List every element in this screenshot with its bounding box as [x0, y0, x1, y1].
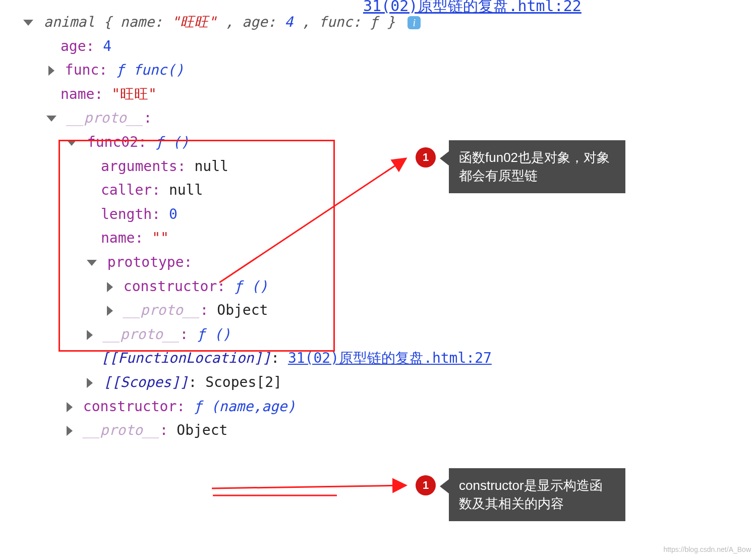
annotation-callout-2: constructor是显示构造函数及其相关的内容 [449, 468, 625, 521]
class-name: animal [44, 14, 95, 30]
callout-pointer-icon [440, 479, 449, 493]
prop-func02-name[interactable]: name: "" [0, 226, 756, 250]
source-link[interactable]: 31(02)原型链的复盘.html:27 [288, 350, 492, 366]
annotation-callout-1: 函数fun02也是对象，对象都会有原型链 [449, 140, 625, 193]
chevron-right-icon[interactable] [67, 426, 73, 436]
chevron-right-icon[interactable] [48, 66, 54, 76]
prop-proto[interactable]: __proto__: [0, 106, 756, 130]
chevron-down-icon[interactable] [46, 116, 56, 122]
prop-func[interactable]: func: ƒ func() [0, 58, 756, 82]
chevron-down-icon[interactable] [67, 140, 77, 146]
prop-scopes[interactable]: [[Scopes]]: Scopes[2] [0, 370, 756, 395]
chevron-right-icon[interactable] [107, 282, 113, 292]
chevron-down-icon[interactable] [87, 260, 97, 266]
chevron-right-icon[interactable] [87, 330, 93, 340]
prop-constructor[interactable]: constructor: ƒ (name,age) [0, 395, 756, 419]
prop-name[interactable]: name: "旺旺" [0, 82, 756, 106]
prop-prototype-proto[interactable]: __proto__: Object [0, 298, 756, 322]
prop-arguments[interactable]: arguments: null [0, 154, 756, 179]
chevron-right-icon[interactable] [67, 402, 73, 412]
callout-pointer-icon [440, 151, 449, 165]
annotation-number-2: 1 [416, 475, 436, 495]
prop-func02[interactable]: func02: ƒ () [0, 130, 756, 154]
prop-prototype-constructor[interactable]: constructor: ƒ () [0, 274, 756, 299]
prop-bottom-proto[interactable]: __proto__: Object [0, 418, 756, 442]
prop-function-location[interactable]: [[FunctionLocation]]: 31(02)原型链的复盘.html:… [0, 346, 756, 370]
watermark: https://blog.csdn.net/A_Bow [663, 544, 751, 556]
svg-line-1 [212, 485, 406, 488]
prop-prototype[interactable]: prototype: [0, 250, 756, 274]
chevron-right-icon[interactable] [87, 378, 93, 388]
chevron-right-icon[interactable] [107, 306, 113, 316]
prop-length[interactable]: length: 0 [0, 202, 756, 227]
annotation-number-1: 1 [416, 147, 436, 168]
prop-func02-proto[interactable]: __proto__: ƒ () [0, 322, 756, 347]
prop-age[interactable]: age: 4 [0, 34, 756, 59]
prop-caller[interactable]: caller: null [0, 178, 756, 202]
chevron-down-icon[interactable] [23, 20, 33, 26]
source-link-top[interactable]: 31(02)原型链的复盘.html:22 [363, 0, 581, 19]
console-tree: animal { name: "旺旺" , age: 4 , func: ƒ }… [0, 0, 756, 442]
